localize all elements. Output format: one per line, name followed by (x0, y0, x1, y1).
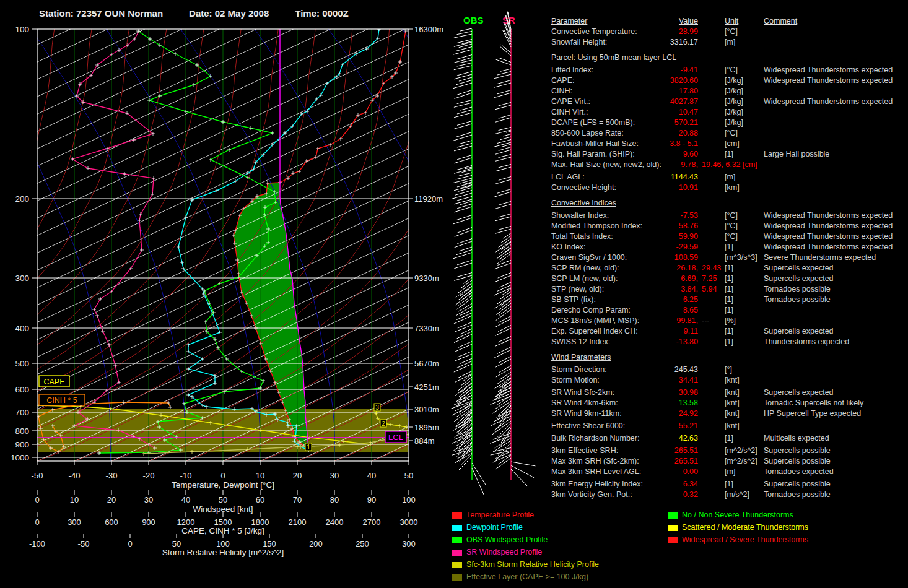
table-cell: 6.25 (551, 295, 698, 305)
table-cell: [J/kg] (725, 97, 743, 107)
table-cell: Widespread Thunderstorms expected (764, 242, 893, 253)
table-cell: 265.51 (551, 456, 698, 467)
axis-label: 10 (70, 495, 79, 504)
obs-wind-wind-barbs (451, 28, 486, 495)
table-row: MCS 18m/s (MMP, MSP):99.81,---[%] (551, 316, 904, 326)
axis-label: 40 (367, 471, 376, 480)
axis-label: 800 (15, 426, 29, 436)
table-cell: 19.46, 6.32 [cm] (702, 160, 757, 170)
table-cell: Tornadic Supercells not likely (764, 398, 863, 409)
axis-label: 500 (15, 359, 29, 368)
axis-label: -20 (143, 471, 155, 480)
axis-label: 1895m (414, 423, 439, 432)
legend-item: Widespread / Severe Thunderstorms (668, 534, 808, 546)
table-cell: --- (702, 316, 710, 326)
table-cell: [m] (725, 37, 735, 48)
axis-label: 16300m (414, 25, 443, 34)
table-row: Convective Height:10.91[km] (551, 183, 904, 193)
table-cell: [1] (725, 433, 733, 444)
table-cell: 0.00 (551, 467, 698, 477)
table-row: SCP RM (new, old):26.18,29.43[1]Supercel… (551, 263, 904, 274)
table-cell: Widespread Thunderstorms expected (764, 76, 893, 86)
axis-label: 600 (105, 517, 118, 527)
table-cell: Thunderstorms expected (764, 337, 849, 347)
axis-label: -100 (29, 539, 45, 548)
legend-label: Scattered / Moderate Thunderstorms (682, 523, 808, 532)
legend-swatch (668, 525, 678, 531)
axis-label: 200 (15, 194, 29, 204)
table-cell: [1] (725, 305, 733, 316)
table-cell: [m^3/s^3] (725, 253, 757, 263)
table-row: SCP LM (new, old):6.69,7.25[1]Supercells… (551, 274, 904, 284)
table-cell: 570.21 (551, 118, 698, 128)
axis-label: 10 (256, 471, 264, 480)
sounding-analysis-screen: Station: 72357 OUN NormanDate: 02 May 20… (0, 0, 908, 588)
table-cell: 0.32 (551, 490, 698, 500)
table-cell: Supercells possible (764, 446, 831, 456)
legend-swatch (452, 574, 462, 581)
table-row: Craven SigSvr / 1000:108.59[m^3/s^3]Seve… (551, 253, 904, 263)
table-cell: Multicells expected (764, 433, 829, 444)
table-cell: 1144.43 (551, 172, 698, 183)
legend-item: No / Non Severe Thunderstorms (668, 509, 793, 521)
axis-label: 884m (414, 436, 435, 446)
table-cell: 13.58 (551, 398, 698, 409)
table-cell: 3.84, (551, 284, 698, 295)
table-cell: [1] (725, 149, 733, 160)
table-row: Max. Hail Size (new, new2, old):9.78,19.… (551, 160, 904, 170)
table-row: Total Totals Index:59.90[°C]Widespread T… (551, 231, 904, 242)
axis-label: 40 (181, 495, 190, 504)
table-cell: [1] (725, 326, 733, 337)
parameter-table: ParameterValueUnitCommentConvective Temp… (551, 16, 904, 500)
table-cell: [1] (725, 274, 733, 284)
table-cell: [m] (725, 467, 735, 477)
legend-item: Sfc-3km Storm Relative Helicity Profile (452, 558, 599, 571)
axis-label: 700 (15, 408, 29, 417)
table-row: 3km Energy Helicity Index:6.34[1]Superce… (551, 479, 904, 490)
axis-label: 30 (330, 471, 339, 480)
table-section-title: Parcel: Using 50mB mean layer LCL (551, 53, 904, 63)
table-cell: [m^2/s^2] (725, 456, 757, 467)
table-cell: -7.53 (551, 210, 698, 221)
table-cell: [1] (725, 295, 733, 305)
table-cell: Supercells expected (764, 263, 834, 274)
dry-adiabat-line (0, 29, 241, 461)
axis-label: 3 (375, 404, 379, 411)
table-row: Max 3km SRH Level AGL:0.00[m]Tornadoes e… (551, 467, 904, 477)
axis-label: -50 (78, 539, 90, 548)
table-cell: [1] (725, 337, 733, 347)
axis-label: 300 (402, 539, 416, 548)
table-cell: 265.51 (551, 446, 698, 456)
legend-swatch (668, 537, 678, 543)
table-cell: [°C] (725, 210, 738, 221)
table-cell: Severe Thunderstorms expected (764, 253, 876, 263)
table-cell: Tornadoes possible (764, 295, 831, 305)
legend-swatch (452, 525, 462, 531)
table-row: SR Wind 4km-6km:13.58[knt]Tornadic Super… (551, 398, 904, 409)
axis-label: 3000 (400, 517, 418, 527)
table-row: Modified Thompson Index:58.76[°C]Widespr… (551, 221, 904, 231)
table-cell: Widespread Thunderstorms expected (764, 231, 893, 242)
table-cell: [°C] (725, 27, 738, 37)
table-row: 3km Effective SRH:265.51[m^2/s^2]Superce… (551, 446, 904, 456)
table-cell: 245.43 (551, 365, 698, 375)
table-cell: Supercells expected (764, 387, 834, 398)
legend-swatch (452, 512, 462, 519)
legend-swatch (452, 562, 462, 568)
axis-label: 80 (330, 495, 339, 504)
table-row: 3km Vorticity Gen. Pot.:0.32[m/s^2]Torna… (551, 490, 904, 500)
table-cell: [1] (725, 242, 733, 253)
legend-item: OBS Windspeed Profile (452, 534, 548, 546)
dry-adiabat-line (37, 29, 426, 461)
table-row: CAPE Virt.:4027.87[J/kg]Widespread Thund… (551, 97, 904, 107)
table-cell: 9.60 (551, 149, 698, 160)
axis-label: 600 (15, 385, 29, 394)
axis-label: 1800 (251, 517, 269, 527)
legend-item: Temperature Profile (452, 509, 534, 521)
table-row: SR Wind Sfc-2km:30.98[knt]Supercells exp… (551, 387, 904, 398)
axis-label: 4251m (414, 383, 439, 392)
profile-point-markers (71, 30, 157, 450)
axis-label: 1000 (11, 453, 29, 462)
axis-label: 30 (144, 495, 153, 504)
table-cell: [1] (725, 284, 733, 295)
